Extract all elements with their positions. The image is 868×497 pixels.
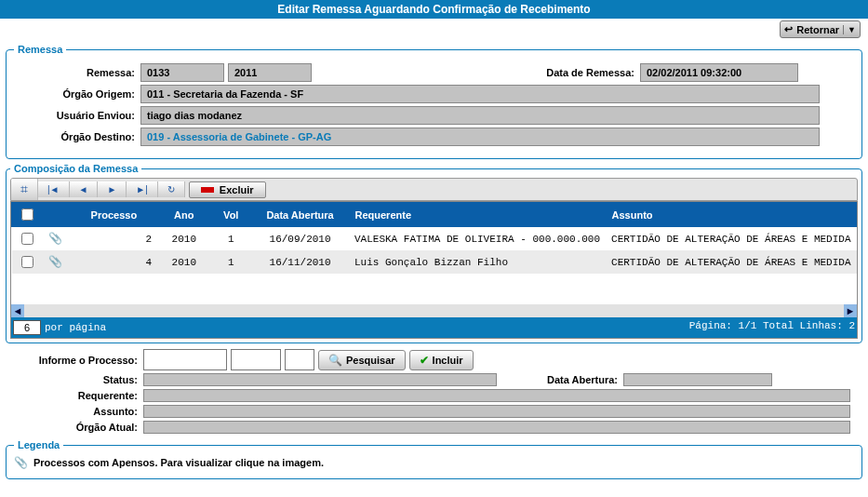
col-vol: Vol bbox=[223, 209, 238, 221]
field-assunto bbox=[143, 405, 850, 418]
field-data-abertura bbox=[623, 373, 772, 386]
label-orgao-atual: Órgão Atual: bbox=[7, 422, 143, 433]
minus-icon bbox=[201, 187, 214, 193]
field-orgao-atual bbox=[143, 421, 850, 434]
table-row[interactable]: 📎 2 2010 1 16/09/2010 VALESKA FATIMA DE … bbox=[12, 227, 857, 251]
label-data-abertura: Data Abertura: bbox=[497, 374, 623, 385]
check-icon: ✔ bbox=[420, 354, 429, 367]
nav-next-button[interactable]: ► bbox=[98, 181, 127, 197]
label-assunto: Assunto: bbox=[7, 406, 143, 417]
field-orgao-origem: 011 - Secretaria da Fazenda - SF bbox=[140, 85, 820, 103]
input-processo-ano[interactable] bbox=[231, 349, 281, 370]
field-remessa-num: 0133 bbox=[140, 63, 224, 82]
field-usuario-enviou: tiago dias modanez bbox=[140, 106, 820, 125]
nav-first-button[interactable]: |◄ bbox=[38, 181, 70, 197]
label-orgao-origem: Órgão Origem: bbox=[14, 88, 140, 100]
field-remessa-ano: 2011 bbox=[228, 63, 312, 82]
search-icon: 🔍 bbox=[328, 354, 342, 367]
nav-refresh-button[interactable]: ↻ bbox=[158, 181, 185, 197]
col-abertura: Data Abertura bbox=[266, 209, 333, 221]
toolbar: ↩ Retornar ▼ bbox=[0, 19, 868, 40]
grid-toolbar: ⌗ |◄ ◄ ► ►| ↻ Excluir bbox=[10, 178, 858, 201]
incluir-label: Incluir bbox=[433, 355, 463, 366]
label-orgao-destino: Órgão Destino: bbox=[14, 131, 140, 142]
nav-last-button[interactable]: ►| bbox=[127, 181, 158, 197]
label-status: Status: bbox=[7, 374, 143, 385]
remessa-legend: Remessa bbox=[14, 44, 66, 55]
legenda-legend: Legenda bbox=[14, 439, 63, 450]
cell-assunto: CERTIDÃO DE ALTERAÇÃO DE ÁREAS E MEDIDA bbox=[606, 227, 856, 251]
grid-table: Processo Ano Vol Data Abertura Requerent… bbox=[11, 202, 857, 274]
cell-vol: 1 bbox=[210, 227, 251, 251]
composicao-legend: Composição da Remessa bbox=[10, 163, 141, 174]
grid-tool-icon[interactable]: ⌗ bbox=[11, 179, 38, 200]
scroll-right-icon[interactable]: ► bbox=[844, 304, 857, 317]
grid-footer: por página Página: 1/1 Total Linhas: 2 bbox=[11, 317, 857, 338]
cell-requerente: Luis Gonçalo Bizzan Filho bbox=[349, 250, 606, 274]
pesquisar-button[interactable]: 🔍 Pesquisar bbox=[318, 350, 406, 370]
composicao-fieldset: Composição da Remessa ⌗ |◄ ◄ ► ►| ↻ Excl… bbox=[6, 163, 862, 343]
field-requerente bbox=[143, 389, 850, 402]
label-requerente: Requerente: bbox=[7, 390, 143, 401]
cell-requerente: VALESKA FATIMA DE OLIVEIRA - 000.000.000 bbox=[349, 227, 606, 251]
select-all-checkbox[interactable] bbox=[21, 208, 33, 221]
input-processo-vol[interactable] bbox=[285, 349, 314, 370]
return-dropdown-icon[interactable]: ▼ bbox=[843, 25, 856, 34]
return-label: Retornar bbox=[796, 24, 839, 35]
input-processo-num[interactable] bbox=[143, 349, 227, 370]
field-status bbox=[143, 373, 497, 386]
cell-abertura: 16/11/2010 bbox=[251, 250, 349, 274]
cell-processo: 4 bbox=[71, 250, 158, 274]
return-button[interactable]: ↩ Retornar ▼ bbox=[780, 20, 861, 38]
cell-processo: 2 bbox=[71, 227, 158, 251]
legenda-fieldset: Legenda 📎 Processos com Apensos. Para vi… bbox=[6, 439, 862, 479]
row-checkbox[interactable] bbox=[21, 233, 33, 245]
per-page-input[interactable] bbox=[13, 320, 41, 335]
attachment-icon[interactable]: 📎 bbox=[48, 256, 62, 269]
col-requerente: Requerente bbox=[355, 209, 412, 221]
remessa-fieldset: Remessa Remessa: 0133 2011 Data de Remes… bbox=[6, 44, 862, 159]
cell-ano: 2010 bbox=[157, 227, 210, 251]
scroll-left-icon[interactable]: ◄ bbox=[11, 304, 24, 317]
row-checkbox[interactable] bbox=[21, 256, 33, 268]
title-bar: Editar Remessa Aguardando Confirmação de… bbox=[0, 0, 868, 19]
cell-assunto: CERTIDÃO DE ALTERAÇÃO DE ÁREAS E MEDIDA bbox=[606, 250, 856, 274]
label-remessa: Remessa: bbox=[14, 67, 140, 78]
attachment-icon[interactable]: 📎 bbox=[48, 233, 62, 246]
field-orgao-destino[interactable]: 019 - Assessoria de Gabinete - GP-AG bbox=[140, 128, 820, 146]
col-processo: Processo bbox=[91, 209, 138, 221]
cell-vol: 1 bbox=[210, 250, 251, 274]
excluir-label: Excluir bbox=[220, 184, 254, 195]
cell-ano: 2010 bbox=[157, 250, 210, 274]
col-assunto: Assunto bbox=[612, 209, 653, 221]
hscroll-bar[interactable]: ◄ ► bbox=[11, 304, 857, 317]
field-data-remessa: 02/02/2011 09:32:00 bbox=[640, 63, 798, 82]
nav-prev-button[interactable]: ◄ bbox=[70, 181, 99, 197]
search-block: Informe o Processo: 🔍 Pesquisar ✔ Inclui… bbox=[7, 349, 861, 434]
legenda-text: Processos com Apensos. Para visualizar c… bbox=[33, 457, 324, 468]
incluir-button[interactable]: ✔ Incluir bbox=[409, 350, 474, 370]
label-usuario-enviou: Usuário Enviou: bbox=[14, 110, 140, 121]
col-ano: Ano bbox=[174, 209, 194, 221]
label-data-remessa: Data de Remessa: bbox=[546, 67, 640, 78]
attachment-icon: 📎 bbox=[14, 456, 28, 469]
excluir-button[interactable]: Excluir bbox=[189, 181, 266, 198]
cell-abertura: 16/09/2010 bbox=[251, 227, 349, 251]
return-icon: ↩ bbox=[784, 23, 793, 35]
pesquisar-label: Pesquisar bbox=[346, 355, 395, 366]
pagination-status: Página: 1/1 Total Linhas: 2 bbox=[689, 320, 855, 335]
label-informe-processo: Informe o Processo: bbox=[7, 355, 143, 366]
per-page-label: por página bbox=[45, 322, 106, 333]
table-row[interactable]: 📎 4 2010 1 16/11/2010 Luis Gonçalo Bizza… bbox=[12, 250, 857, 274]
